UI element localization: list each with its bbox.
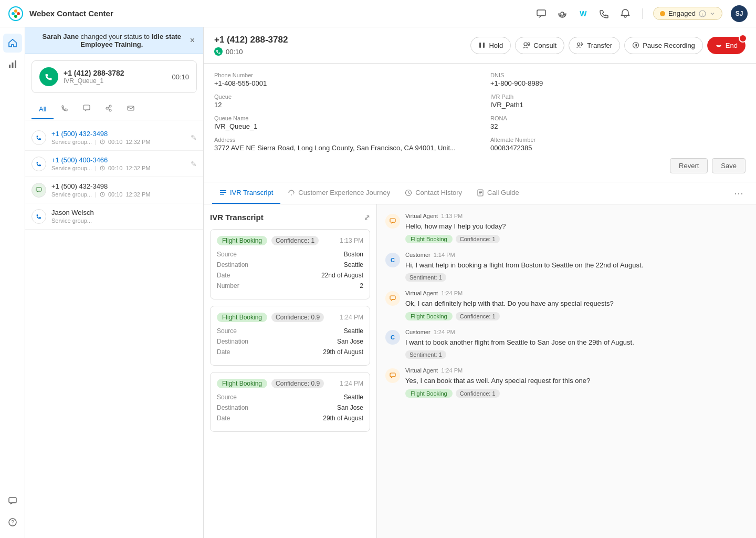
contact-edit-icon[interactable]: ✎	[191, 160, 197, 168]
svg-rect-15	[83, 105, 90, 110]
ivr-field-number: Number 2	[217, 282, 363, 289]
contact-item[interactable]: +1 (500) 432-3498 Service group... | 00:…	[25, 125, 203, 151]
revert-button[interactable]: Revert	[670, 158, 708, 173]
webex-nav-icon[interactable]: W	[577, 7, 590, 20]
message-text: Yes, I can book that as well. Any specia…	[405, 376, 748, 386]
notification-close[interactable]: ×	[190, 36, 195, 45]
message-meta: Virtual Agent1:13 PM	[405, 213, 748, 219]
nav-chat[interactable]	[3, 492, 22, 511]
message-meta: Customer1:14 PM	[405, 252, 748, 258]
pause-recording-button[interactable]: Pause Recording	[624, 37, 703, 54]
svg-rect-32	[220, 190, 226, 191]
svg-point-26	[524, 43, 527, 46]
flight-tag: Flight Booking	[405, 312, 453, 320]
contact-number: Jason Welsch	[51, 209, 94, 216]
bell-icon[interactable]	[619, 7, 632, 20]
clock-icon	[100, 139, 105, 144]
message-meta: Customer1:24 PM	[405, 329, 748, 335]
flight-tag: Flight Booking	[217, 236, 267, 245]
info-grid: Phone Number +1-408-555-0001 DNIS +1-800…	[214, 72, 746, 152]
message-meta: Virtual Agent1:24 PM	[405, 367, 748, 374]
active-call-number: +1 (412) 288-3782	[64, 69, 166, 77]
svg-text:?: ?	[11, 520, 14, 525]
svg-text:i: i	[702, 12, 703, 17]
transcript-tab-icon	[219, 189, 227, 196]
svg-rect-5	[537, 10, 545, 16]
consult-icon	[523, 42, 530, 49]
svg-rect-10	[12, 63, 13, 68]
call-active-icon	[214, 47, 223, 56]
tab-customer-experience-journey[interactable]: Customer Experience Journey	[280, 182, 397, 204]
ivr-field-source: Source Seattle	[217, 327, 363, 335]
svg-point-27	[528, 43, 530, 45]
tab-all[interactable]: All	[32, 100, 54, 119]
card-time: 1:13 PM	[340, 237, 363, 244]
contact-item[interactable]: Jason Welsch Service group...	[25, 203, 203, 230]
ivr-field-date: Date 29th of August	[217, 348, 363, 356]
svg-point-6	[561, 12, 564, 15]
info-queue: Queue 12	[214, 94, 469, 109]
contact-meta: Service group... | 00:10 12:32 PM	[51, 191, 197, 198]
status-indicator[interactable]: Engaged i	[653, 7, 722, 20]
svg-rect-34	[220, 194, 224, 195]
svg-point-29	[633, 43, 639, 48]
tabs-more-button[interactable]: ⋯	[730, 183, 748, 203]
status-label: Engaged	[668, 9, 696, 17]
confidence-tag: Confidence: 1	[271, 236, 319, 245]
message-block: Virtual Agent1:24 PM Yes, I can book tha…	[385, 367, 748, 398]
nav-analytics[interactable]	[3, 55, 22, 74]
contact-edit-icon[interactable]: ✎	[191, 133, 197, 142]
tab-phone[interactable]	[54, 99, 76, 120]
tab-social[interactable]	[98, 99, 120, 120]
contact-phone-icon	[32, 209, 46, 224]
message-text: Hi, I want help in booking a flight from…	[405, 260, 748, 271]
app-title: Webex Contact Center	[29, 9, 529, 18]
nav-home[interactable]	[3, 34, 22, 53]
end-button[interactable]: End	[707, 37, 746, 54]
tab-contact-history[interactable]: Contact History	[397, 182, 469, 204]
nav-help[interactable]: ?	[3, 513, 22, 532]
expand-icon[interactable]: ⤢	[364, 213, 370, 222]
contact-number[interactable]: +1 (500) 432-3498	[51, 130, 108, 138]
tab-call-guide[interactable]: Call Guide	[469, 182, 527, 204]
transfer-button[interactable]: Transfer	[569, 37, 620, 54]
contact-filter-tabs: All	[25, 99, 203, 120]
ivr-card-header: Flight Booking Confidence: 0.9 1:24 PM	[217, 313, 363, 322]
contact-number[interactable]: +1 (500) 400-3466	[51, 156, 108, 164]
svg-rect-11	[15, 60, 16, 68]
info-queue-name: Queue Name IVR_Queue_1	[214, 115, 469, 130]
va-avatar	[385, 291, 400, 306]
consult-button[interactable]: Consult	[515, 37, 564, 54]
phone-nav-icon[interactable]	[598, 7, 611, 20]
info-phone-number: Phone Number +1-408-555-0001	[214, 72, 469, 87]
flight-tag: Flight Booking	[217, 379, 267, 388]
active-call-card[interactable]: +1 (412) 288-3782 IVR_Queue_1 00:10	[32, 60, 197, 93]
tab-ivr-transcript[interactable]: IVR Transcript	[212, 182, 280, 204]
info-alternate-number: Alternate Number 00083472385	[490, 137, 746, 152]
avatar[interactable]: SJ	[731, 5, 748, 22]
call-header-number: +1 (412) 288-3782	[214, 35, 464, 45]
chat-icon[interactable]	[535, 7, 548, 20]
save-button[interactable]: Save	[712, 158, 746, 173]
svg-point-2	[14, 9, 17, 13]
conversation-panel: Virtual Agent1:13 PM Hello, how may I he…	[377, 204, 756, 538]
contact-phone-icon	[32, 157, 46, 171]
svg-point-28	[578, 43, 580, 46]
left-nav: ?	[0, 27, 25, 538]
audio-icon[interactable]	[556, 7, 569, 20]
ivr-field-destination: Destination Seattle	[217, 261, 363, 268]
contact-item[interactable]: +1 (500) 432-3498 Service group... | 00:…	[25, 177, 203, 203]
contact-item[interactable]: +1 (500) 400-3466 Service group... | 00:…	[25, 151, 203, 177]
message-tags: Flight Booking Confidence: 1	[405, 312, 748, 320]
message-tags: Flight Booking Confidence: 1	[405, 235, 748, 243]
tab-email[interactable]	[120, 99, 142, 120]
hold-button[interactable]: Hold	[470, 37, 511, 54]
svg-rect-19	[128, 106, 134, 110]
transfer-icon	[576, 42, 584, 49]
tab-chat[interactable]	[76, 99, 98, 120]
contact-detail: +1 (500) 432-3498 Service group... | 00:…	[51, 182, 197, 198]
customer-avatar: C	[385, 330, 400, 345]
hold-icon	[478, 42, 486, 49]
svg-rect-39	[390, 373, 395, 377]
ivr-field-source: Source Seattle	[217, 394, 363, 401]
